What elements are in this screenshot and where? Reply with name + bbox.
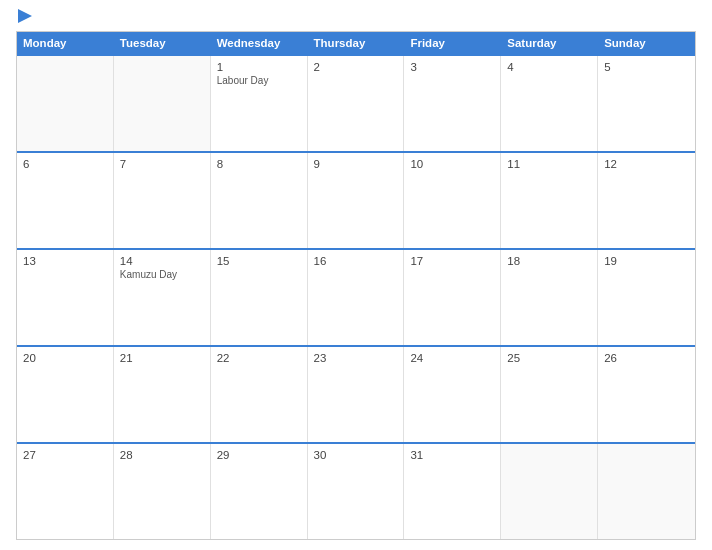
day-number: 6: [23, 158, 107, 170]
cal-cell: 8: [211, 153, 308, 248]
calendar: MondayTuesdayWednesdayThursdayFridaySatu…: [16, 31, 696, 540]
cal-cell: 2: [308, 56, 405, 151]
day-number: 16: [314, 255, 398, 267]
day-number: 27: [23, 449, 107, 461]
cal-cell: 10: [404, 153, 501, 248]
day-number: 18: [507, 255, 591, 267]
day-number: 26: [604, 352, 689, 364]
cal-cell: 9: [308, 153, 405, 248]
cal-cell: [114, 56, 211, 151]
calendar-body: 1Labour Day234567891011121314Kamuzu Day1…: [17, 54, 695, 539]
cal-cell: 22: [211, 347, 308, 442]
svg-marker-0: [18, 9, 32, 23]
day-number: 23: [314, 352, 398, 364]
day-number: 14: [120, 255, 204, 267]
holiday-label: Labour Day: [217, 75, 301, 86]
cal-cell: 20: [17, 347, 114, 442]
day-number: 24: [410, 352, 494, 364]
cal-cell: 6: [17, 153, 114, 248]
cal-cell: 21: [114, 347, 211, 442]
holiday-label: Kamuzu Day: [120, 269, 204, 280]
cal-cell: 30: [308, 444, 405, 539]
cal-cell: 5: [598, 56, 695, 151]
day-number: 2: [314, 61, 398, 73]
day-number: 20: [23, 352, 107, 364]
day-number: 28: [120, 449, 204, 461]
day-number: 8: [217, 158, 301, 170]
cal-cell: 25: [501, 347, 598, 442]
cal-cell: 3: [404, 56, 501, 151]
week-row-3: 1314Kamuzu Day1516171819: [17, 248, 695, 345]
cal-cell: 7: [114, 153, 211, 248]
day-number: 12: [604, 158, 689, 170]
day-number: 1: [217, 61, 301, 73]
day-number: 22: [217, 352, 301, 364]
cal-cell: 4: [501, 56, 598, 151]
logo-flag-icon: [18, 9, 32, 23]
day-header-wednesday: Wednesday: [211, 32, 308, 54]
cal-cell: 15: [211, 250, 308, 345]
week-row-5: 2728293031: [17, 442, 695, 539]
cal-cell: 31: [404, 444, 501, 539]
day-number: 9: [314, 158, 398, 170]
cal-cell: 26: [598, 347, 695, 442]
cal-cell: 11: [501, 153, 598, 248]
cal-cell: 27: [17, 444, 114, 539]
day-number: 7: [120, 158, 204, 170]
cal-cell: 19: [598, 250, 695, 345]
day-header-sunday: Sunday: [598, 32, 695, 54]
cal-cell: 12: [598, 153, 695, 248]
cal-cell: 14Kamuzu Day: [114, 250, 211, 345]
cal-cell: 24: [404, 347, 501, 442]
cal-cell: [598, 444, 695, 539]
cal-cell: [501, 444, 598, 539]
day-number: 5: [604, 61, 689, 73]
day-header-saturday: Saturday: [501, 32, 598, 54]
cal-cell: 28: [114, 444, 211, 539]
week-row-1: 1Labour Day2345: [17, 54, 695, 151]
day-number: 10: [410, 158, 494, 170]
day-number: 19: [604, 255, 689, 267]
cal-cell: 13: [17, 250, 114, 345]
calendar-header: MondayTuesdayWednesdayThursdayFridaySatu…: [17, 32, 695, 54]
cal-cell: [17, 56, 114, 151]
cal-cell: 1Labour Day: [211, 56, 308, 151]
day-number: 13: [23, 255, 107, 267]
cal-cell: 29: [211, 444, 308, 539]
logo: [16, 10, 32, 23]
day-header-friday: Friday: [404, 32, 501, 54]
cal-cell: 18: [501, 250, 598, 345]
day-number: 15: [217, 255, 301, 267]
day-number: 25: [507, 352, 591, 364]
page: MondayTuesdayWednesdayThursdayFridaySatu…: [0, 0, 712, 550]
cal-cell: 23: [308, 347, 405, 442]
day-header-thursday: Thursday: [308, 32, 405, 54]
day-number: 11: [507, 158, 591, 170]
day-number: 31: [410, 449, 494, 461]
cal-cell: 16: [308, 250, 405, 345]
week-row-4: 20212223242526: [17, 345, 695, 442]
cal-cell: 17: [404, 250, 501, 345]
day-number: 4: [507, 61, 591, 73]
day-header-tuesday: Tuesday: [114, 32, 211, 54]
day-number: 30: [314, 449, 398, 461]
day-number: 17: [410, 255, 494, 267]
day-number: 29: [217, 449, 301, 461]
week-row-2: 6789101112: [17, 151, 695, 248]
day-header-monday: Monday: [17, 32, 114, 54]
day-number: 3: [410, 61, 494, 73]
header: [16, 10, 696, 23]
day-number: 21: [120, 352, 204, 364]
